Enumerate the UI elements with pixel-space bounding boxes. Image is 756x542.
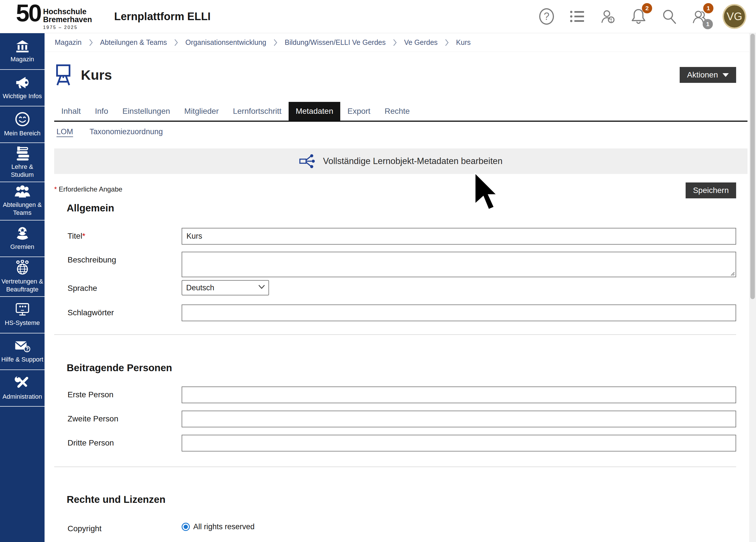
- title-row: Kurs Aktionen: [54, 64, 736, 86]
- share-network-icon: [299, 153, 316, 169]
- sidebar-item-wichtige-infos[interactable]: Wichtige Infos: [0, 70, 45, 106]
- sidebar-item-label: Vertretungen & Beauftragte: [1, 278, 43, 293]
- sidebar-item-hs-systeme[interactable]: HS-Systeme: [0, 297, 45, 333]
- breadcrumb-item-magazin[interactable]: Magazin: [55, 38, 82, 47]
- erste-person-input[interactable]: [182, 386, 736, 403]
- help-button[interactable]: ?: [539, 8, 555, 25]
- scrollbar-thumb[interactable]: [750, 34, 755, 299]
- banner-label: Vollständige Lernobjekt-Metadaten bearbe…: [323, 156, 503, 166]
- dritte-person-input[interactable]: [182, 435, 736, 451]
- sidebar-item-abteilungen-teams[interactable]: Abteilungen & Teams: [0, 182, 45, 220]
- chevron-right-icon: [174, 39, 178, 46]
- notifications-button[interactable]: 2: [631, 8, 646, 25]
- tab-lernfortschritt[interactable]: Lernfortschritt: [226, 102, 289, 121]
- sidebar-item-gremien[interactable]: Gremien: [0, 220, 45, 257]
- sidebar-item-label: Gremien: [10, 243, 34, 251]
- titel-label: Titel*: [68, 228, 182, 241]
- chevron-right-icon: [393, 39, 397, 46]
- logo-line1: Hochschule: [43, 8, 92, 16]
- sidebar-item-lehre-studium[interactable]: Lehre & Studium: [0, 143, 45, 182]
- sidebar-filler: [0, 407, 45, 542]
- sprache-label: Sprache: [68, 280, 182, 293]
- beschreibung-textarea[interactable]: [182, 252, 736, 277]
- beschreibung-label: Beschreibung: [68, 252, 182, 264]
- task-list-button[interactable]: [569, 8, 585, 25]
- breadcrumb-item-bildung-wissen[interactable]: Bildung/Wissen/ELLI Ve Gerdes: [285, 38, 386, 47]
- titel-input[interactable]: [182, 228, 736, 245]
- logo-anniversary-number: 50: [16, 3, 41, 23]
- logo-years: 1975 – 2025: [43, 25, 92, 30]
- copyright-label: Copyright: [68, 520, 182, 533]
- form-row-copyright: Copyright All rights reserved: [68, 520, 736, 533]
- required-asterisk: *: [82, 232, 85, 240]
- globe-people-icon: [14, 260, 30, 275]
- vertical-scrollbar[interactable]: [749, 33, 756, 542]
- university-logo[interactable]: 50 Hochschule Bremerhaven 1975 – 2025: [16, 3, 92, 30]
- aktionen-button[interactable]: Aktionen: [680, 67, 736, 83]
- megaphone-icon: [14, 75, 31, 90]
- sidebar-item-vertretungen[interactable]: Vertretungen & Beauftragte: [0, 257, 45, 297]
- form-row-zweite-person: Zweite Person: [68, 411, 736, 427]
- subtab-bar: LOM Taxonomiezuordnung: [56, 127, 749, 136]
- tab-info[interactable]: Info: [88, 102, 115, 121]
- chevron-right-icon: [89, 39, 93, 46]
- sidebar-item-label: Hilfe & Support: [1, 356, 43, 364]
- contacts-badge-new: 1: [703, 3, 713, 13]
- subtab-taxonomiezuordnung[interactable]: Taxonomiezuordnung: [90, 127, 163, 136]
- form-row-schlagwoerter: Schlagwörter: [68, 304, 736, 321]
- speichern-button[interactable]: Speichern: [686, 182, 736, 198]
- dritte-person-label: Dritte Person: [68, 435, 182, 448]
- sprache-select[interactable]: Deutsch: [182, 280, 269, 295]
- search-icon: [661, 8, 677, 25]
- section-heading-allgemein: Allgemein: [67, 202, 749, 214]
- sidebar-nav: Magazin Wichtige Infos Mein Bereich: [0, 33, 45, 542]
- top-header: 50 Hochschule Bremerhaven 1975 – 2025 Le…: [0, 0, 756, 33]
- user-avatar[interactable]: VG: [723, 4, 746, 29]
- app-title: Lernplattform ELLI: [114, 10, 211, 23]
- chevron-right-icon: [445, 39, 449, 46]
- form-row-beschreibung: Beschreibung: [68, 252, 736, 278]
- section-divider: [54, 467, 736, 467]
- sidebar-item-hilfe-support[interactable]: Hilfe & Support: [0, 333, 45, 370]
- breadcrumb-item-abteilungen[interactable]: Abteilungen & Teams: [100, 38, 167, 47]
- user-status-button[interactable]: [600, 8, 616, 25]
- user-alert-icon: [600, 8, 616, 25]
- tab-inhalt[interactable]: Inhalt: [54, 102, 88, 121]
- tab-metadaten[interactable]: Metadaten: [289, 102, 340, 121]
- sidebar-item-label: HS-Systeme: [5, 319, 40, 327]
- tab-rechte[interactable]: Rechte: [377, 102, 417, 121]
- subtab-lom[interactable]: LOM: [56, 127, 73, 136]
- help-icon: ?: [539, 8, 554, 25]
- tab-mitglieder[interactable]: Mitglieder: [177, 102, 226, 121]
- people-group-icon: [14, 185, 31, 199]
- erste-person-label: Erste Person: [68, 386, 182, 399]
- schlagwoerter-label: Schlagwörter: [68, 304, 182, 317]
- form-row-titel: Titel*: [68, 228, 736, 245]
- sidebar-item-label: Lehre & Studium: [1, 163, 43, 179]
- zweite-person-input[interactable]: [182, 411, 736, 427]
- sidebar-item-label: Mein Bereich: [4, 129, 40, 137]
- contacts-badge-total: 1: [703, 19, 713, 29]
- schlagwoerter-input[interactable]: [182, 304, 736, 321]
- form-row-dritte-person: Dritte Person: [68, 435, 736, 451]
- copyright-option-label: All rights reserved: [193, 522, 255, 531]
- page-title: Kurs: [81, 67, 112, 83]
- contacts-button[interactable]: 1 1: [692, 8, 708, 25]
- breadcrumb-item-ve-gerdes[interactable]: Ve Gerdes: [404, 38, 438, 47]
- tab-einstellungen[interactable]: Einstellungen: [115, 102, 177, 121]
- search-button[interactable]: [661, 8, 677, 25]
- sidebar-item-label: Abteilungen & Teams: [1, 201, 43, 217]
- sidebar-item-administration[interactable]: Administration: [0, 370, 45, 407]
- form-row-sprache: Sprache Deutsch: [68, 280, 736, 295]
- mail-question-icon: [14, 339, 31, 353]
- chevron-right-icon: [274, 39, 277, 46]
- edit-full-metadata-banner[interactable]: Vollständige Lernobjekt-Metadaten bearbe…: [54, 148, 747, 174]
- breadcrumb-item-organisationsentwicklung[interactable]: Organisationsentwicklung: [185, 38, 266, 47]
- form-row-erste-person: Erste Person: [68, 386, 736, 403]
- sidebar-item-magazin[interactable]: Magazin: [0, 33, 45, 70]
- sidebar-item-mein-bereich[interactable]: Mein Bereich: [0, 106, 45, 143]
- breadcrumb-item-kurs[interactable]: Kurs: [456, 38, 471, 47]
- tab-export[interactable]: Export: [340, 102, 377, 121]
- copyright-radio[interactable]: [182, 523, 190, 531]
- sidebar-item-label: Magazin: [11, 55, 34, 63]
